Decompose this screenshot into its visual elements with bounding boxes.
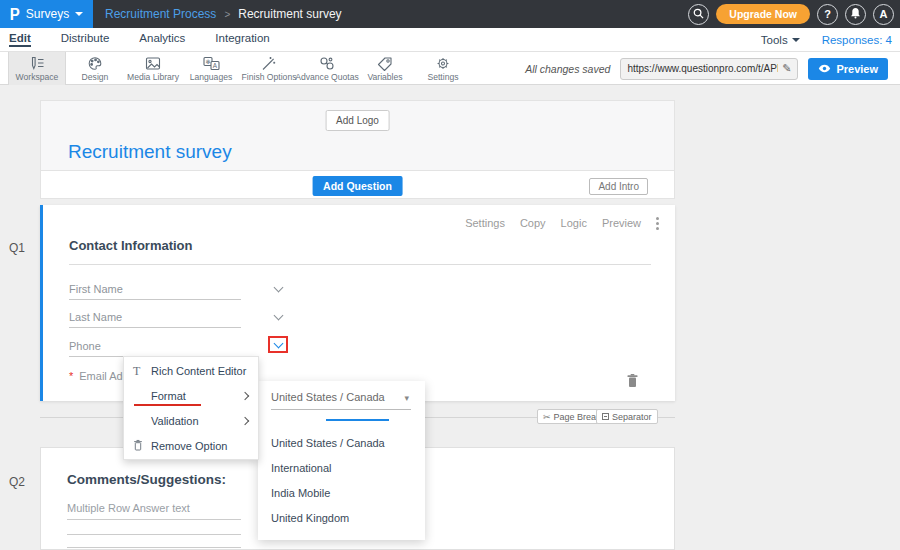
chevron-down-icon[interactable] [274, 311, 284, 321]
chevron-right-icon [241, 391, 249, 399]
toolbar-item-advance-quotas[interactable]: Advance Quotas [298, 52, 356, 85]
answer-underline [67, 534, 241, 535]
delete-question-button[interactable] [626, 373, 639, 392]
chevron-down-icon[interactable] [273, 338, 283, 348]
annotation-red-underline [134, 404, 201, 406]
tag-icon [377, 56, 393, 71]
field-label: Phone [69, 340, 241, 352]
answer-underline [67, 519, 241, 520]
nav-tabs: Edit Distribute Analytics Integration [9, 32, 270, 47]
toolbar-item-finish-options[interactable]: Finish Options [240, 52, 298, 85]
preview-label: Preview [836, 63, 878, 75]
add-intro-button[interactable]: Add Intro [589, 178, 648, 195]
toolbar-item-label: Languages [190, 72, 233, 82]
menu-item-validation[interactable]: Validation [124, 408, 258, 433]
select-focus-indicator [326, 419, 389, 421]
toolbar-item-variables[interactable]: Variables [356, 52, 414, 85]
field-phone[interactable]: Phone [69, 340, 241, 357]
svg-text:A: A [212, 62, 217, 69]
toolbar-item-media-library[interactable]: Media Library [124, 52, 182, 85]
format-option-us-canada[interactable]: United States / Canada [271, 437, 385, 449]
kebab-menu-icon[interactable] [656, 217, 659, 230]
add-question-button[interactable]: Add Question [312, 176, 403, 196]
question-preview-link[interactable]: Preview [602, 217, 641, 229]
breadcrumb-parent[interactable]: Recruitment Process [105, 7, 216, 21]
responses-link[interactable]: Responses: 4 [822, 34, 892, 46]
chevron-right-icon [241, 416, 249, 424]
format-option-united-kingdom[interactable]: United Kingdom [271, 512, 349, 524]
menu-item-format[interactable]: Format [124, 383, 258, 408]
toolbar-item-design[interactable]: Design [66, 52, 124, 85]
nav-row: Edit Distribute Analytics Integration To… [0, 28, 900, 52]
survey-url-input[interactable] [627, 63, 778, 74]
survey-title[interactable]: Recruitment survey [68, 141, 232, 163]
field-first-name[interactable]: First Name [69, 283, 241, 300]
chevron-down-icon [75, 12, 83, 16]
tab-analytics[interactable]: Analytics [139, 32, 185, 47]
field-label: First Name [69, 283, 241, 295]
format-option-international[interactable]: International [271, 462, 332, 474]
menu-item-remove-option[interactable]: Remove Option [124, 433, 258, 458]
menu-item-rich-content-editor[interactable]: T Rich Content Editor [124, 358, 258, 383]
menu-item-label: Remove Option [151, 440, 227, 452]
edit-pencil-icon[interactable]: ✎ [782, 62, 791, 75]
search-button[interactable] [688, 4, 709, 25]
separator-button[interactable]: Separator [596, 409, 658, 424]
palette-icon [87, 56, 103, 71]
page-break-label: Page Break [554, 412, 601, 422]
format-select[interactable]: United States / Canada ▾ [271, 391, 411, 410]
question-settings-link[interactable]: Settings [465, 217, 505, 229]
question-copy-link[interactable]: Copy [520, 217, 546, 229]
toolbar-item-languages[interactable]: ✻A Languages [182, 52, 240, 85]
workspace-icon [29, 56, 45, 71]
separator-label: Separator [612, 412, 652, 422]
menu-item-label: Validation [151, 415, 199, 427]
eye-icon [818, 63, 831, 75]
chevron-down-icon [792, 38, 800, 42]
search-icon [693, 8, 704, 21]
svg-text:✻: ✻ [205, 58, 210, 64]
survey-editor-screen: P Surveys Recruitment Process > Recruitm… [0, 0, 900, 550]
question-logic-link[interactable]: Logic [561, 217, 587, 229]
trash-icon [626, 374, 639, 391]
questionpro-logo: P [10, 6, 20, 22]
add-logo-button[interactable]: Add Logo [325, 110, 390, 131]
nav-right: Tools Responses: 4 [761, 34, 892, 46]
upgrade-now-button[interactable]: Upgrade Now [716, 4, 810, 24]
breadcrumb-current: Recruitment survey [238, 7, 341, 21]
q2-label: Q2 [9, 475, 25, 489]
surveys-menu[interactable]: P Surveys [0, 0, 93, 28]
toolbar-item-label: Settings [427, 72, 458, 82]
format-option-india-mobile[interactable]: India Mobile [271, 487, 330, 499]
toolbar-item-settings[interactable]: Settings [414, 52, 472, 85]
account-avatar[interactable]: A [873, 4, 894, 25]
trash-icon [133, 439, 143, 453]
avatar-initial: A [880, 8, 888, 20]
tab-distribute[interactable]: Distribute [61, 32, 110, 47]
toolbar-item-label: Workspace [16, 72, 59, 82]
add-question-strip: Add Question Add Intro [40, 170, 675, 199]
toolbar-right: All changes saved ✎ Preview [525, 52, 888, 85]
help-button[interactable]: ? [817, 4, 838, 25]
save-status: All changes saved [525, 63, 610, 75]
toolbar-item-workspace[interactable]: Workspace [8, 52, 66, 85]
breadcrumb: Recruitment Process > Recruitment survey [105, 7, 342, 21]
field-last-name[interactable]: Last Name [69, 311, 241, 328]
question-2-heading[interactable]: Comments/Suggestions: [67, 472, 226, 487]
multi-row-answer-placeholder[interactable]: Multiple Row Answer text [67, 502, 190, 514]
survey-header-card: Add Logo Recruitment survey [40, 100, 675, 170]
preview-button[interactable]: Preview [808, 58, 888, 80]
answer-underline [67, 547, 241, 548]
tools-menu[interactable]: Tools [761, 34, 800, 46]
question-1-heading[interactable]: Contact Information [69, 238, 651, 265]
surveys-menu-label: Surveys [26, 7, 69, 21]
notifications-button[interactable] [845, 4, 866, 25]
chevron-down-icon[interactable] [274, 283, 284, 293]
top-bar: P Surveys Recruitment Process > Recruitm… [0, 0, 900, 28]
toolbar-item-label: Design [82, 72, 109, 82]
toolbar-item-label: Variables [367, 72, 402, 82]
gear-icon [435, 56, 451, 71]
tab-integration[interactable]: Integration [215, 32, 269, 47]
field-underline [69, 299, 241, 300]
tab-edit[interactable]: Edit [9, 32, 31, 47]
